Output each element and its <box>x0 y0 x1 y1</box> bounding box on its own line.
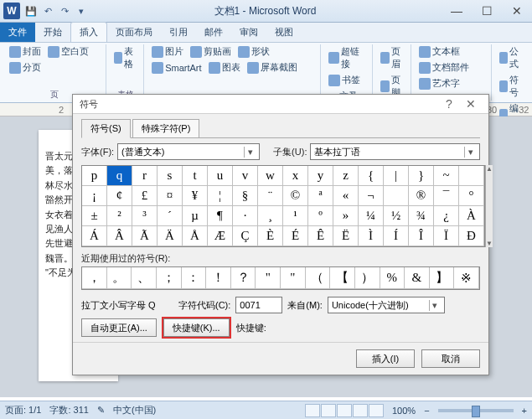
char-cell[interactable]: ¼ <box>359 206 384 226</box>
page-break-button[interactable]: 分页 <box>7 60 44 75</box>
tab-mailings[interactable]: 邮件 <box>196 23 231 42</box>
recent-char-cell[interactable]: & <box>405 267 430 289</box>
char-cell[interactable]: Á <box>82 226 107 246</box>
view-buttons[interactable] <box>305 404 384 417</box>
font-combo[interactable]: (普通文本)▾ <box>117 143 260 160</box>
autocorrect-button[interactable]: 自动更正(A)... <box>81 318 157 337</box>
char-cell[interactable]: Ì <box>359 226 384 246</box>
recent-char-cell[interactable]: ！ <box>206 267 231 289</box>
dialog-titlebar[interactable]: 符号 ? ✕ <box>73 95 488 114</box>
char-cell[interactable]: Â <box>107 226 132 246</box>
dialog-close-button[interactable]: ✕ <box>460 97 482 111</box>
char-cell[interactable]: ¤ <box>158 186 183 206</box>
char-cell[interactable]: Ä <box>158 226 183 246</box>
word-count[interactable]: 字数: 311 <box>49 404 88 416</box>
shapes-button[interactable]: 形状 <box>235 44 272 59</box>
char-cell[interactable]: Æ <box>208 226 233 246</box>
tab-insert[interactable]: 插入 <box>70 22 107 42</box>
recent-char-cell[interactable]: 。 <box>107 267 132 289</box>
char-cell[interactable]: v <box>233 166 258 186</box>
save-icon[interactable]: 💾 <box>23 3 39 18</box>
redo-icon[interactable]: ↷ <box>57 3 72 18</box>
char-cell[interactable]: ± <box>82 206 107 226</box>
char-cell[interactable]: ¶ <box>208 206 233 226</box>
symbol-button[interactable]: 符号 <box>497 73 525 100</box>
char-cell[interactable]: Å <box>183 226 208 246</box>
char-cell[interactable]: ~ <box>434 166 459 186</box>
bookmark-button[interactable]: 书签 <box>326 73 369 87</box>
char-cell[interactable]: y <box>308 166 333 186</box>
char-cell[interactable] <box>384 186 409 206</box>
recent-char-cell[interactable]: ： <box>182 267 207 289</box>
char-cell[interactable]: ³ <box>132 206 158 226</box>
char-cell[interactable]: ¾ <box>409 206 434 226</box>
tab-layout[interactable]: 页面布局 <box>107 23 161 42</box>
tab-special-chars[interactable]: 特殊字符(P) <box>132 119 200 138</box>
zoom-in-button[interactable]: + <box>522 406 527 416</box>
subset-combo[interactable]: 基本拉丁语▾ <box>310 143 480 160</box>
char-cell[interactable]: · <box>233 206 258 226</box>
char-cell[interactable]: ¨ <box>258 186 283 206</box>
char-cell[interactable]: } <box>409 166 434 186</box>
char-cell[interactable]: ¹ <box>283 206 308 226</box>
recent-char-cell[interactable]: ） <box>355 267 380 289</box>
char-cell[interactable]: ¸ <box>258 206 283 226</box>
minimize-button[interactable]: — <box>442 1 472 22</box>
recent-char-cell[interactable]: % <box>380 267 405 289</box>
textbox-button[interactable]: 文本框 <box>416 44 462 59</box>
char-cell[interactable]: w <box>258 166 283 186</box>
char-cell[interactable] <box>459 166 484 186</box>
recent-char-cell[interactable]: ※ <box>454 267 479 289</box>
insert-button[interactable]: 插入(I) <box>356 349 415 368</box>
char-cell[interactable]: ¢ <box>107 186 132 206</box>
char-cell[interactable]: p <box>82 166 107 186</box>
scroll-down-icon[interactable]: ▼ <box>486 240 493 247</box>
char-cell[interactable]: z <box>333 166 359 186</box>
shortcut-key-button[interactable]: 快捷键(K)... <box>163 318 230 337</box>
close-button[interactable]: ✕ <box>502 1 532 22</box>
char-cell[interactable]: § <box>233 186 258 206</box>
char-cell[interactable]: Ã <box>132 226 158 246</box>
header-button[interactable]: 页眉 <box>378 44 406 71</box>
char-cell[interactable]: £ <box>132 186 158 206</box>
tab-view[interactable]: 视图 <box>266 23 302 42</box>
blank-page-button[interactable]: 空白页 <box>45 44 91 59</box>
char-cell[interactable]: Î <box>409 226 434 246</box>
recent-char-cell[interactable]: " <box>256 267 281 289</box>
char-cell[interactable]: ¥ <box>183 186 208 206</box>
char-cell[interactable]: É <box>283 226 308 246</box>
char-cell[interactable]: ¬ <box>359 186 384 206</box>
tab-home[interactable]: 开始 <box>35 23 70 42</box>
chart-button[interactable]: 图表 <box>206 60 243 75</box>
char-cell[interactable]: u <box>208 166 233 186</box>
dialog-help-button[interactable]: ? <box>438 97 460 111</box>
equation-button[interactable]: 公式 <box>497 44 525 71</box>
screenshot-button[interactable]: 屏幕截图 <box>245 60 300 75</box>
recent-char-cell[interactable]: 【 <box>330 267 355 289</box>
recent-char-cell[interactable]: ； <box>157 267 182 289</box>
recent-char-cell[interactable]: 、 <box>132 267 157 289</box>
char-cell[interactable]: r <box>132 166 158 186</box>
char-cell[interactable]: ² <box>107 206 132 226</box>
char-code-input[interactable] <box>235 297 282 313</box>
tab-file[interactable]: 文件 <box>0 23 35 42</box>
char-cell[interactable]: ® <box>409 186 434 206</box>
char-cell[interactable]: « <box>333 186 359 206</box>
cover-page-button[interactable]: 封面 <box>7 44 44 59</box>
char-cell[interactable]: ´ <box>158 206 183 226</box>
char-cell[interactable]: µ <box>183 206 208 226</box>
char-cell[interactable]: © <box>283 186 308 206</box>
zoom-out-button[interactable]: − <box>424 406 429 416</box>
char-cell[interactable]: t <box>183 166 208 186</box>
char-cell[interactable]: Ð <box>459 226 484 246</box>
char-cell[interactable]: ¦ <box>208 186 233 206</box>
spellcheck-icon[interactable]: ✎ <box>97 405 105 416</box>
language-indicator[interactable]: 中文(中国) <box>113 404 156 416</box>
undo-icon[interactable]: ↶ <box>40 3 55 18</box>
picture-button[interactable]: 图片 <box>149 44 186 59</box>
hyperlink-button[interactable]: 超链接 <box>326 44 369 71</box>
char-cell[interactable]: º <box>308 206 333 226</box>
recent-char-cell[interactable]: 】 <box>430 267 455 289</box>
char-cell[interactable]: ¡ <box>82 186 107 206</box>
char-cell[interactable]: ½ <box>384 206 409 226</box>
